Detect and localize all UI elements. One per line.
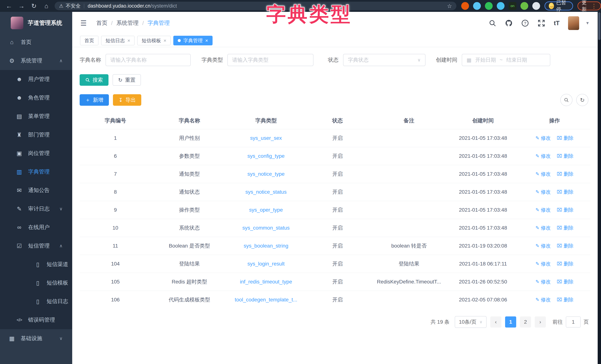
- sidebar-item-sms-channel[interactable]: ▯短信渠道: [0, 255, 72, 274]
- reset-button[interactable]: ↻ 重置: [113, 74, 141, 86]
- page-size-select[interactable]: 10条/页 ∨: [455, 316, 487, 328]
- bookmark-star-icon[interactable]: ☆: [447, 3, 452, 9]
- search-button[interactable]: 搜索: [80, 74, 109, 86]
- prev-page-button[interactable]: ‹: [490, 316, 501, 327]
- search-icon[interactable]: [489, 19, 496, 27]
- tab-sms-template[interactable]: 短信模板×: [137, 36, 171, 45]
- user-avatar[interactable]: [568, 16, 579, 30]
- sidebar-item-role-management[interactable]: ☻角色管理: [0, 89, 72, 107]
- edit-link[interactable]: ✎修改: [535, 207, 551, 213]
- dict-type-link[interactable]: sys_user_sex: [228, 129, 304, 147]
- font-size-icon[interactable]: tT: [554, 20, 560, 27]
- close-icon[interactable]: ×: [127, 38, 130, 43]
- toggle-search-button[interactable]: [560, 94, 572, 106]
- sidebar-item-menu-management[interactable]: ▤菜单管理: [0, 107, 72, 126]
- sidebar-item-post-management[interactable]: ▣岗位管理: [0, 144, 72, 162]
- edit-link[interactable]: ✎修改: [535, 189, 551, 195]
- dict-type-link[interactable]: sys_common_status: [228, 219, 304, 237]
- chevron-down-icon[interactable]: ▼: [585, 21, 590, 26]
- scrollbar-thumb[interactable]: [598, 12, 601, 40]
- close-icon[interactable]: ×: [163, 38, 166, 43]
- date-range-picker[interactable]: ▦ 开始日期 ~ 结束日期: [462, 54, 550, 66]
- sidebar-item-dept-management[interactable]: ♜部门管理: [0, 126, 72, 144]
- sidebar-item-infrastructure[interactable]: ▦基础设施∨: [0, 329, 72, 348]
- dict-name-input[interactable]: 请输入字典名称: [106, 54, 191, 66]
- address-bar[interactable]: ⚠ 不安全 dashboard.yudao.iocoder.cn /system…: [55, 2, 456, 10]
- sidebar-item-user-management[interactable]: ☻用户管理: [0, 70, 72, 89]
- dict-type-link[interactable]: sys_login_result: [228, 255, 304, 273]
- extension-icon-puzzle[interactable]: [532, 2, 540, 10]
- dict-type-link[interactable]: sys_oper_type: [228, 201, 304, 219]
- forward-icon[interactable]: →: [18, 2, 25, 10]
- edit-link[interactable]: ✎修改: [535, 261, 551, 267]
- delete-link[interactable]: ⌧删除: [557, 153, 574, 159]
- page-button-1[interactable]: 1: [505, 316, 516, 327]
- sidebar-item-sms-template[interactable]: ▯短信模板: [0, 274, 72, 292]
- goto-page-input[interactable]: [566, 316, 581, 327]
- back-icon[interactable]: ←: [6, 2, 12, 10]
- delete-link[interactable]: ⌧删除: [557, 261, 574, 267]
- tab-dict-management[interactable]: 字典管理×: [173, 36, 212, 45]
- edit-link[interactable]: ✎修改: [535, 171, 551, 177]
- tab-sms-log[interactable]: 短信日志×: [101, 36, 135, 45]
- dict-type-link[interactable]: sys_config_type: [228, 147, 304, 165]
- delete-link[interactable]: ⌧删除: [557, 243, 574, 249]
- delete-link[interactable]: ⌧删除: [557, 171, 574, 177]
- dict-type-link[interactable]: inf_redis_timeout_type: [228, 273, 304, 291]
- edit-link[interactable]: ✎修改: [535, 278, 551, 285]
- update-button[interactable]: 更新 ⋮: [578, 1, 601, 10]
- extension-icon-orange[interactable]: [461, 2, 469, 10]
- sidebar-item-system-management[interactable]: ⚙系统管理∧: [0, 51, 72, 70]
- breadcrumb-home[interactable]: 首页: [96, 19, 107, 27]
- extension-icon-diamond[interactable]: [497, 2, 505, 10]
- sidebar-item-dict-management[interactable]: ▥字典管理: [0, 162, 72, 181]
- delete-link[interactable]: ⌧删除: [557, 278, 574, 285]
- page-button-2[interactable]: 2: [520, 316, 531, 327]
- delete-link[interactable]: ⌧删除: [557, 296, 574, 303]
- page-scrollbar[interactable]: [598, 12, 601, 364]
- dict-type-link[interactable]: sys_notice_status: [228, 183, 304, 201]
- edit-link[interactable]: ✎修改: [535, 296, 551, 303]
- sidebar-item-audit-log[interactable]: ✎审计日志∨: [0, 200, 72, 218]
- dict-type-link[interactable]: tool_codegen_template_t...: [228, 291, 304, 309]
- status-select[interactable]: 字典状态 ∨: [343, 54, 425, 66]
- sidebar-item-sms-management[interactable]: ☑短信管理∧: [0, 237, 72, 255]
- app-logo-row[interactable]: 芋道管理系统: [0, 12, 72, 33]
- delete-link[interactable]: ⌧删除: [557, 225, 574, 231]
- sidebar-item-home[interactable]: ⌂首页: [0, 33, 72, 51]
- extension-icon-leaf[interactable]: [521, 2, 528, 10]
- reload-icon[interactable]: ↻: [30, 2, 37, 10]
- delete-link[interactable]: ⌧删除: [557, 207, 574, 213]
- refresh-table-button[interactable]: ↻: [576, 94, 588, 106]
- edit-link[interactable]: ✎修改: [535, 225, 551, 231]
- fullscreen-icon[interactable]: [538, 19, 545, 27]
- delete-link[interactable]: ⌧删除: [557, 189, 574, 195]
- export-button[interactable]: ↧ 导出: [113, 94, 141, 106]
- dict-type-link[interactable]: sys_notice_type: [228, 165, 304, 183]
- home-icon[interactable]: ⌂: [43, 2, 50, 10]
- extension-icon-lamp[interactable]: [473, 2, 481, 10]
- hamburger-icon[interactable]: ☰: [80, 19, 87, 27]
- delete-link[interactable]: ⌧删除: [557, 135, 574, 142]
- close-icon[interactable]: ×: [205, 38, 208, 43]
- sidebar-item-error-code-management[interactable]: </>错误码管理: [0, 311, 72, 329]
- help-icon[interactable]: ?: [521, 19, 529, 27]
- add-button[interactable]: ＋ 新增: [80, 94, 109, 106]
- tab-home[interactable]: 首页: [80, 36, 99, 45]
- sidebar-item-notice-announcement[interactable]: ✉通知公告: [0, 181, 72, 200]
- edit-link[interactable]: ✎修改: [535, 153, 551, 159]
- github-icon[interactable]: [505, 19, 513, 27]
- next-page-button[interactable]: ›: [535, 316, 546, 327]
- paused-badge[interactable]: 已暂停: [544, 1, 573, 10]
- extension-icon-green-circle[interactable]: [485, 2, 493, 10]
- edit-link[interactable]: ✎修改: [535, 243, 551, 249]
- edit-link[interactable]: ✎修改: [535, 135, 551, 142]
- sidebar-item-online-users[interactable]: ∞在线用户: [0, 218, 72, 237]
- browser-menu-icon[interactable]: ⋮: [591, 3, 597, 9]
- dict-type-input[interactable]: 请输入字典类型: [227, 54, 313, 66]
- breadcrumb-system[interactable]: 系统管理: [116, 19, 139, 27]
- dict-type-link[interactable]: sys_boolean_string: [228, 237, 304, 255]
- extension-icon-on-badge[interactable]: on: [509, 2, 516, 10]
- dict-id-cell: 10: [80, 219, 151, 237]
- sidebar-item-sms-log[interactable]: ▯短信日志: [0, 292, 72, 311]
